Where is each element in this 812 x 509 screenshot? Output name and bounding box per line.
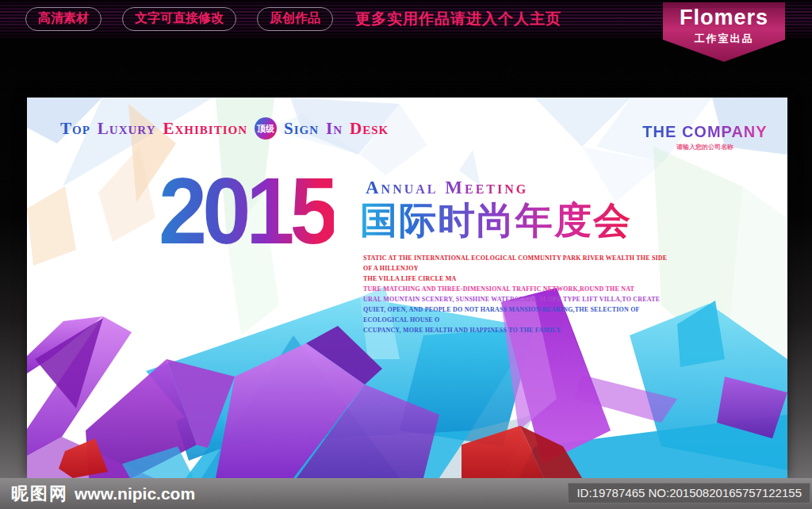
body-line: QUIET, OPEN, AND PEOPLE DO NOT HARASS MA…: [363, 304, 676, 325]
chinese-main-title: 国际时尚年度会: [360, 198, 632, 243]
body-line: URAL MOUNTAIN SCENERY, SUNSHINE WATERSCA…: [363, 294, 676, 304]
year-headline: 2015: [159, 164, 334, 258]
promo-homepage-link[interactable]: 更多实用作品请进入个人主页: [355, 9, 561, 29]
site-url-link[interactable]: www.nipic.com: [75, 484, 195, 503]
image-id-label: ID:19787465 NO:20150820165757122155: [568, 483, 810, 503]
studio-ribbon-badge[interactable]: Flomers 工作室出品: [663, 0, 785, 63]
studio-subtitle: 工作室出品: [663, 32, 785, 46]
poster-header-row: Top Luxury Exhibition 顶级 Sign In Desk: [60, 117, 389, 140]
annual-meeting-title: Annual Meeting: [366, 178, 528, 198]
body-paragraph: STATIC AT THE INTERNATIONAL ECOLOGICAL C…: [363, 253, 676, 335]
header-word: Exhibition: [163, 119, 248, 139]
company-name: THE COMPANY: [638, 123, 772, 141]
header-word: In: [326, 119, 343, 139]
company-block: THE COMPANY 请输入您的公司名称: [638, 123, 772, 151]
header-word: Top: [60, 119, 90, 139]
poster-preview-image[interactable]: Top Luxury Exhibition 顶级 Sign In Desk TH…: [27, 98, 787, 478]
body-line: CCUPANCY, MORE HEALTH AND HAPPINESS TO T…: [363, 325, 676, 335]
body-line: STATIC AT THE INTERNATIONAL ECOLOGICAL C…: [363, 253, 676, 274]
top-grade-seal: 顶级: [255, 117, 277, 140]
header-word: Luxury: [98, 119, 156, 139]
site-logo: 昵图网: [11, 482, 68, 506]
site-footer-bar: 昵图网 www.nipic.com ID:19787465 NO:2015082…: [0, 478, 812, 509]
studio-name: Flomers: [663, 6, 785, 30]
badge-editable-text[interactable]: 文字可直接修改: [122, 7, 236, 31]
badge-original-work[interactable]: 原创作品: [257, 7, 333, 31]
screen: 高清素材 文字可直接修改 原创作品 更多实用作品请进入个人主页 Flomers …: [0, 0, 812, 509]
badge-hd-material[interactable]: 高清素材: [25, 7, 102, 31]
company-name-hint: 请输入您的公司名称: [638, 143, 772, 151]
body-line: THE VILLA LIFE CIRCLE MA: [363, 274, 676, 284]
header-word: Sign: [284, 119, 319, 139]
header-word: Desk: [350, 119, 389, 139]
body-line: TURE MATCHING AND THREE-DIMENSIONAL TRAF…: [363, 284, 676, 294]
